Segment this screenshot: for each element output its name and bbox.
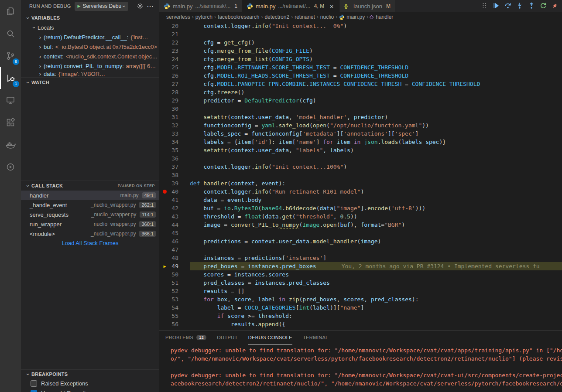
breakpoint-icon[interactable] bbox=[161, 187, 168, 196]
code-line-42[interactable]: 42 buf = io.BytesIO(base64.b64decode(dat… bbox=[159, 204, 562, 212]
code-line-54[interactable]: 54 label = COCO_CATEGORIES[int(label)]["… bbox=[159, 303, 562, 312]
line-number[interactable]: 56 bbox=[159, 320, 190, 328]
line-number[interactable]: 30 bbox=[159, 105, 190, 113]
code-editor[interactable]: 20 context.logger.info("Init context... … bbox=[159, 22, 562, 330]
code-line-50[interactable]: 50 scores = instances.scores bbox=[159, 270, 562, 279]
variable-row[interactable]: ›buf:<_io.BytesIO object at 0x7f5a2dc1ec… bbox=[21, 42, 159, 51]
line-number[interactable]: 55 bbox=[159, 312, 190, 320]
scope-locals[interactable]: › Locals bbox=[21, 23, 159, 32]
line-number[interactable]: 42 bbox=[159, 204, 190, 212]
breadcrumb-item-main.py[interactable]: main.py bbox=[339, 14, 365, 20]
line-number[interactable]: 35 bbox=[159, 146, 190, 154]
line-number[interactable]: 21 bbox=[159, 30, 190, 38]
code-line-20[interactable]: 20 context.logger.info("Init context... … bbox=[159, 22, 562, 30]
line-number[interactable]: 34 bbox=[159, 138, 190, 146]
activity-item-test-explorer[interactable] bbox=[0, 156, 21, 178]
line-number[interactable]: 54 bbox=[159, 303, 190, 312]
line-number[interactable]: ▶49 bbox=[159, 262, 190, 270]
code-line-39[interactable]: 39def handler(context, event): bbox=[159, 179, 562, 187]
code-line-23[interactable]: 23 cfg.merge_from_file(CONFIG_FILE) bbox=[159, 47, 562, 55]
continue-button[interactable] bbox=[492, 3, 500, 10]
line-number[interactable]: 36 bbox=[159, 154, 190, 163]
code-line-27[interactable]: 27 cfg.MODEL.PANOPTIC_FPN.COMBINE.INSTAN… bbox=[159, 80, 562, 88]
line-number[interactable]: 25 bbox=[159, 63, 190, 72]
line-number[interactable]: 33 bbox=[159, 130, 190, 138]
editor-tab-main.py[interactable]: main.py.../siammask/...1 bbox=[159, 0, 242, 12]
variable-row[interactable]: ›(return) DefaultPredictor.__call__:{'in… bbox=[21, 32, 159, 42]
code-line-24[interactable]: 24 cfg.merge_from_list(CONFIG_OPTS) bbox=[159, 55, 562, 63]
step-out-button[interactable] bbox=[528, 3, 535, 10]
line-number[interactable]: 23 bbox=[159, 47, 190, 55]
line-number[interactable]: 41 bbox=[159, 196, 190, 204]
breakpoint-row[interactable]: Raised Exceptions bbox=[21, 378, 159, 388]
code-line-37[interactable]: 37 context.logger.info("Init context...1… bbox=[159, 163, 562, 171]
line-number[interactable]: 20 bbox=[159, 22, 190, 30]
debug-console-output[interactable]: pydev debugger: unable to find translati… bbox=[159, 344, 562, 392]
checkbox[interactable] bbox=[31, 380, 37, 387]
breadcrumb-item-facebookresearch[interactable]: facebookresearch bbox=[218, 14, 259, 20]
stack-frame[interactable]: serve_requests_nuclio_wrapper.py114:1 bbox=[21, 210, 159, 219]
breadcrumb-item-handler[interactable]: handler bbox=[370, 14, 393, 20]
code-line-34[interactable]: 34 labels = {item['id']: item['name'] fo… bbox=[159, 138, 562, 146]
code-line-21[interactable]: 21 bbox=[159, 30, 562, 38]
code-line-31[interactable]: 31 setattr(context.user_data, 'model_han… bbox=[159, 113, 562, 121]
line-number[interactable]: 47 bbox=[159, 245, 190, 254]
breadcrumb-item-detectron2[interactable]: detectron2 bbox=[264, 14, 289, 20]
line-number[interactable]: 53 bbox=[159, 295, 190, 303]
close-icon[interactable]: × bbox=[328, 3, 335, 10]
line-number[interactable]: 43 bbox=[159, 212, 190, 221]
activity-item-search[interactable] bbox=[0, 22, 21, 44]
code-line-25[interactable]: 25 cfg.MODEL.RETINANET.SCORE_THRESH_TEST… bbox=[159, 63, 562, 72]
activity-item-docker[interactable] bbox=[0, 133, 21, 156]
code-line-47[interactable]: 47 bbox=[159, 245, 562, 254]
variables-section-header[interactable]: › VARIABLES bbox=[21, 13, 159, 23]
code-line-33[interactable]: 33 labels_spec = functionconfig['metadat… bbox=[159, 130, 562, 138]
line-number[interactable]: 26 bbox=[159, 72, 190, 80]
code-line-22[interactable]: 22 cfg = get_cfg() bbox=[159, 38, 562, 47]
line-number[interactable]: 24 bbox=[159, 55, 190, 63]
more-actions-icon[interactable]: ··· bbox=[147, 3, 154, 10]
activity-item-source-control[interactable]: 8 bbox=[0, 44, 21, 67]
stack-frame[interactable]: <module>_nuclio_wrapper.py366:1 bbox=[21, 229, 159, 239]
activity-item-run-and-debug[interactable]: 1 bbox=[0, 67, 21, 89]
code-line-26[interactable]: 26 cfg.MODEL.ROI_HEADS.SCORE_THRESH_TEST… bbox=[159, 72, 562, 80]
breadcrumb-item-retinanet[interactable]: retinanet bbox=[295, 14, 315, 20]
code-line-48[interactable]: 48 instances = predictions['instances'] bbox=[159, 254, 562, 262]
code-line-28[interactable]: 28 cfg.freeze() bbox=[159, 88, 562, 96]
line-number[interactable]: 44 bbox=[159, 221, 190, 229]
panel-tab-output[interactable]: OUTPUT bbox=[217, 331, 238, 344]
line-number[interactable]: 28 bbox=[159, 88, 190, 96]
code-line-49[interactable]: ▶49 pred_boxes = instances.pred_boxesYou… bbox=[159, 262, 562, 270]
line-number[interactable]: 37 bbox=[159, 163, 190, 171]
code-line-38[interactable]: 38 bbox=[159, 171, 562, 179]
line-number[interactable]: 22 bbox=[159, 38, 190, 47]
line-number[interactable]: 48 bbox=[159, 254, 190, 262]
stack-frame[interactable]: handlermain.py49:1 bbox=[21, 191, 159, 200]
variable-row[interactable]: ›(return) convert_PIL_to_numpy:array([[[… bbox=[21, 61, 159, 71]
code-line-29[interactable]: 29 predictor = DefaultPredictor(cfg) bbox=[159, 96, 562, 105]
disconnect-button[interactable] bbox=[551, 3, 559, 10]
line-number[interactable]: 32 bbox=[159, 121, 190, 130]
code-line-44[interactable]: 44 image = convert_PIL_to_numpy(Image.op… bbox=[159, 221, 562, 229]
activity-item-explorer[interactable] bbox=[0, 0, 21, 22]
line-number[interactable]: 46 bbox=[159, 237, 190, 245]
breakpoint-row[interactable]: ✓Uncaught Exceptions bbox=[21, 388, 159, 392]
checkbox[interactable]: ✓ bbox=[31, 390, 37, 392]
code-line-45[interactable]: 45 bbox=[159, 229, 562, 237]
breakpoints-section-header[interactable]: › BREAKPOINTS bbox=[21, 370, 159, 378]
line-number[interactable]: 45 bbox=[159, 229, 190, 237]
activity-item-extensions[interactable] bbox=[0, 111, 21, 133]
breadcrumb-item-nuclio[interactable]: nuclio bbox=[320, 14, 334, 20]
code-line-41[interactable]: 41 data = event.body bbox=[159, 196, 562, 204]
line-number[interactable]: 31 bbox=[159, 113, 190, 121]
step-over-button[interactable] bbox=[504, 3, 511, 10]
code-line-43[interactable]: 43 threshold = float(data.get("threshold… bbox=[159, 212, 562, 221]
code-line-46[interactable]: 46 predictions = context.user_data.model… bbox=[159, 237, 562, 245]
code-line-36[interactable]: 36 bbox=[159, 154, 562, 163]
line-number[interactable]: 27 bbox=[159, 80, 190, 88]
code-line-55[interactable]: 55 if score >= threshold: bbox=[159, 312, 562, 320]
watch-section-header[interactable]: › WATCH bbox=[21, 78, 159, 87]
panel-tab-problems[interactable]: PROBLEMS12 bbox=[165, 331, 206, 344]
debug-config-dropdown[interactable]: ▶ Serverless Debu › bbox=[75, 2, 128, 11]
line-number[interactable]: 51 bbox=[159, 279, 190, 287]
